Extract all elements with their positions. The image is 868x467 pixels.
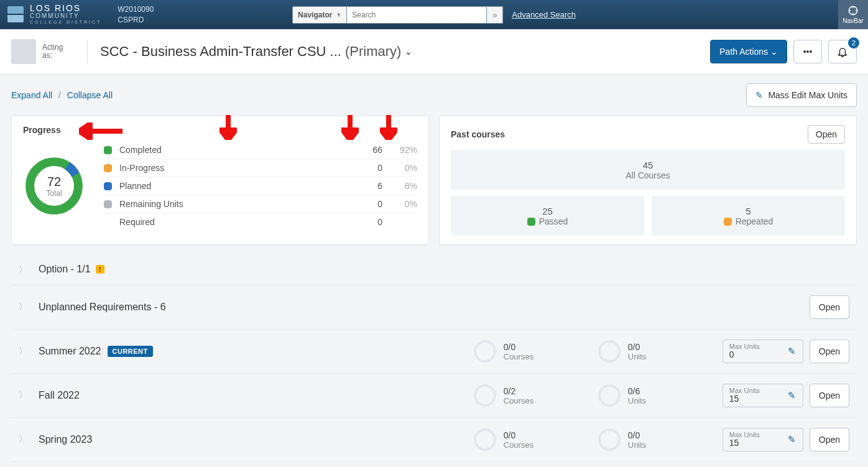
pencil-icon[interactable]: ✎ xyxy=(782,434,803,445)
stat-value: 0 xyxy=(348,199,382,209)
caret-down-icon: ▼ xyxy=(336,12,341,18)
page-body: Expand All / Collapse All ✎ Mass Edit Ma… xyxy=(0,75,868,467)
mass-edit-button[interactable]: ✎ Mass Edit Max Units xyxy=(746,83,857,107)
path-primary-tag: (Primary) xyxy=(345,44,401,60)
progress-ring-icon xyxy=(598,384,621,407)
progress-ring-icon xyxy=(474,384,496,407)
search-go-button[interactable]: » xyxy=(487,6,503,24)
progress-ring-icon xyxy=(474,428,496,451)
collapse-all-link[interactable]: Collapse All xyxy=(67,90,113,100)
progress-stat-row: Required 0 xyxy=(104,213,417,231)
term-row: 〉 Summer 2022 CURRENT 0/0Courses 0/0Unit… xyxy=(11,330,857,374)
term-units-metric: 0/6Units xyxy=(598,384,723,407)
pencil-icon[interactable]: ✎ xyxy=(782,390,803,401)
past-repeated[interactable]: 5 Repeated xyxy=(652,196,845,236)
acting-as-label: Acting as: xyxy=(42,44,75,60)
past-all-courses[interactable]: 45 All Courses xyxy=(451,150,845,190)
topbar: LOS RIOS COMMUNITY COLLEGE DISTRICT W201… xyxy=(0,0,868,29)
divider xyxy=(87,40,88,63)
term-courses-metric: 0/0Courses xyxy=(474,428,598,451)
progress-ring-icon xyxy=(474,340,496,363)
chevron-right-icon[interactable]: 〉 xyxy=(19,302,27,313)
chevron-right-icon[interactable]: 〉 xyxy=(19,264,27,275)
stat-value: 0 xyxy=(348,217,382,227)
notif-count-badge: 2 xyxy=(848,37,859,49)
stat-pct: 8% xyxy=(382,181,417,191)
stat-pct: 0% xyxy=(382,163,417,173)
path-actions-button[interactable]: Path Actions ⌄ xyxy=(710,40,787,63)
annotation-arrow-icon xyxy=(219,115,237,140)
more-button[interactable]: ••• xyxy=(793,40,822,63)
advanced-search-link[interactable]: Advanced Search xyxy=(512,10,576,19)
progress-stat-row: In-Progress 0 0% xyxy=(104,159,417,177)
brand-line2: COMMUNITY xyxy=(30,12,101,20)
unplanned-title: Unplanned Requirements - 6 xyxy=(39,302,166,313)
legend-dot-icon xyxy=(527,218,535,226)
expand-all-link[interactable]: Expand All xyxy=(11,90,52,100)
stat-chip-icon xyxy=(104,146,112,154)
progress-stats-table: Completed 66 92% In-Progress 0 0% Planne… xyxy=(104,141,417,231)
unplanned-row: 〉 Unplanned Requirements - 6 Open xyxy=(11,285,857,330)
path-name: SCC - Business Admin-Transfer CSU ... xyxy=(100,44,341,60)
past-passed[interactable]: 25 Passed xyxy=(451,196,644,236)
progress-stat-row: Planned 6 8% xyxy=(104,177,417,195)
current-badge: CURRENT xyxy=(108,346,153,357)
chevron-right-icon[interactable]: 〉 xyxy=(19,390,27,401)
search-input[interactable] xyxy=(347,6,487,24)
stat-label: Remaining Units xyxy=(119,199,348,209)
logo-icon xyxy=(7,6,24,22)
stat-value: 6 xyxy=(348,181,382,191)
user-id: W2010090 xyxy=(118,4,154,15)
unplanned-open-button[interactable]: Open xyxy=(810,295,849,319)
pencil-icon[interactable]: ✎ xyxy=(782,346,803,357)
past-courses-title: Past courses xyxy=(451,129,505,139)
compass-icon xyxy=(847,5,859,16)
stat-chip-icon xyxy=(104,164,112,172)
stat-chip-icon xyxy=(104,182,112,190)
stat-label: Required xyxy=(119,217,348,227)
max-units-field[interactable]: Max Units15 ✎ xyxy=(723,428,803,451)
path-title-dropdown[interactable]: SCC - Business Admin-Transfer CSU ... (P… xyxy=(100,44,412,60)
past-courses-card: Past courses Open 45 All Courses 25 Pass… xyxy=(439,116,857,245)
legend-dot-icon xyxy=(724,218,732,226)
warning-badge-icon: ! xyxy=(96,265,104,274)
progress-total: 72 xyxy=(47,175,61,189)
term-courses-metric: 0/0Courses xyxy=(474,340,598,363)
term-open-button[interactable]: Open xyxy=(810,428,849,451)
progress-card: Progress 72 Total xyxy=(11,116,429,245)
env-info: W2010090 CSPRD xyxy=(118,4,154,25)
stat-label: Completed xyxy=(119,145,348,155)
stat-value: 66 xyxy=(348,145,382,155)
navbar-button[interactable]: NavBar xyxy=(838,0,868,29)
stat-chip-icon xyxy=(104,218,112,226)
stat-label: Planned xyxy=(119,181,348,191)
db-instance: CSPRD xyxy=(118,15,154,25)
brand-line3: COLLEGE DISTRICT xyxy=(30,20,101,25)
term-courses-metric: 0/2Courses xyxy=(474,384,598,407)
progress-stat-row: Remaining Units 0 0% xyxy=(104,195,417,213)
term-open-button[interactable]: Open xyxy=(810,384,849,407)
term-row: 〉 Spring 2023 0/0Courses 0/0Units Max Un… xyxy=(11,418,857,462)
annotation-arrow-icon xyxy=(79,123,122,140)
progress-stat-row: Completed 66 92% xyxy=(104,141,417,159)
stat-pct: 0% xyxy=(382,199,417,209)
term-units-metric: 0/0Units xyxy=(598,340,723,363)
option-row: 〉 Option - 1/1 ! xyxy=(11,254,857,285)
term-row: 〉 Fall 2022 0/2Courses 0/6Units Max Unit… xyxy=(11,374,857,418)
max-units-field[interactable]: Max Units15 ✎ xyxy=(723,384,803,407)
brand-line1: LOS RIOS xyxy=(30,4,101,12)
term-open-button[interactable]: Open xyxy=(810,340,849,363)
max-units-field[interactable]: Max Units0 ✎ xyxy=(723,340,803,363)
term-units-metric: 0/0Units xyxy=(598,428,723,451)
pencil-icon: ✎ xyxy=(755,90,763,100)
option-title: Option - 1/1 xyxy=(39,264,91,275)
progress-donut: 72 Total xyxy=(23,155,85,217)
chevron-down-icon: ⌄ xyxy=(405,47,412,57)
chevron-right-icon[interactable]: 〉 xyxy=(19,346,27,357)
navigator-dropdown[interactable]: Navigator▼ xyxy=(292,6,347,24)
tool-row: Expand All / Collapse All ✎ Mass Edit Ma… xyxy=(11,83,857,107)
stat-pct: 92% xyxy=(382,145,417,155)
past-courses-open-button[interactable]: Open xyxy=(808,125,845,144)
chevron-right-icon[interactable]: 〉 xyxy=(19,434,27,445)
term-name: Fall 2022 xyxy=(39,390,80,401)
